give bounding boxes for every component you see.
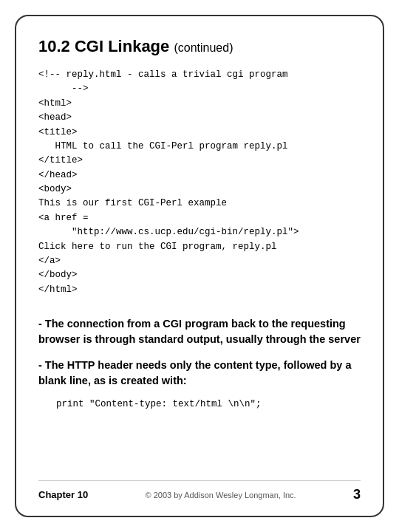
title-subtitle: (continued) bbox=[174, 41, 233, 54]
code-block: <!-- reply.html - calls a trivial cgi pr… bbox=[38, 68, 361, 297]
bullet-2: - The HTTP header needs only the content… bbox=[38, 358, 361, 389]
footer: Chapter 10 © 2003 by Addison Wesley Long… bbox=[38, 480, 361, 502]
footer-page: 3 bbox=[353, 487, 361, 502]
slide-title: 10.2 CGI Linkage (continued) bbox=[38, 37, 361, 56]
print-line: print "Content-type: text/html \n\n"; bbox=[38, 399, 361, 409]
title-main: 10.2 CGI Linkage bbox=[38, 37, 169, 55]
bullet-1: - The connection from a CGI program back… bbox=[38, 316, 361, 347]
footer-copyright: © 2003 by Addison Wesley Longman, Inc. bbox=[145, 491, 296, 499]
bullets-section: - The connection from a CGI program back… bbox=[38, 316, 361, 473]
slide-container: 10.2 CGI Linkage (continued) <!-- reply.… bbox=[15, 15, 384, 517]
footer-chapter: Chapter 10 bbox=[38, 489, 88, 500]
